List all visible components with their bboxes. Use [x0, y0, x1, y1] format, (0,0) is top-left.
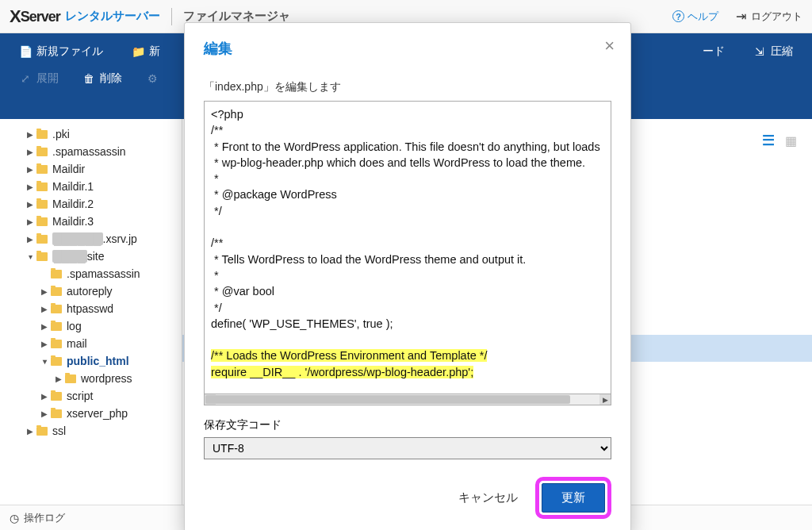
encoding-label: 保存文字コード [204, 418, 611, 432]
encoding-select[interactable]: UTF-8 [204, 437, 611, 459]
horizontal-scrollbar[interactable]: ◀ ▶ [204, 394, 611, 405]
update-button[interactable]: 更新 [542, 483, 605, 513]
cancel-button[interactable]: キャンセル [458, 490, 518, 505]
editing-filename-label: 「index.php」を編集します [204, 80, 611, 94]
update-highlight: 更新 [535, 477, 611, 519]
close-icon[interactable]: × [604, 36, 615, 56]
modal-title: 編集 [204, 39, 611, 58]
code-editor[interactable]: <?php /** * Front to the WordPress appli… [204, 101, 611, 394]
edit-modal: 編集 × 「index.php」を編集します <?php /** * Front… [184, 22, 631, 530]
scrollbar-thumb[interactable] [205, 395, 570, 404]
scroll-right-icon[interactable]: ▶ [599, 394, 611, 405]
